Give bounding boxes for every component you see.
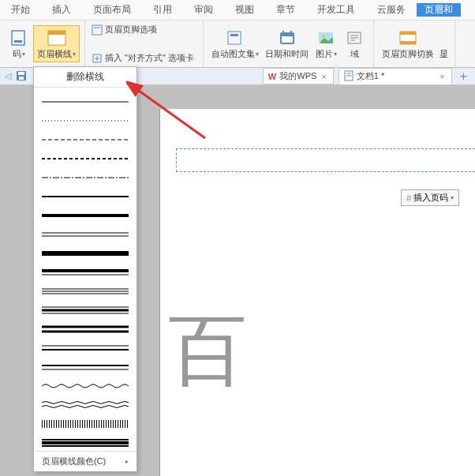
hash-icon: # bbox=[406, 193, 411, 203]
header-line-icon bbox=[46, 28, 68, 48]
line-style-option[interactable] bbox=[42, 339, 129, 358]
tab-close-icon[interactable]: × bbox=[320, 72, 327, 81]
menu-header-footer[interactable]: 页眉和 bbox=[417, 3, 461, 17]
line-style-option[interactable] bbox=[42, 206, 129, 225]
menu-references[interactable]: 引用 bbox=[142, 3, 183, 17]
line-style-option[interactable] bbox=[42, 301, 129, 320]
svg-rect-14 bbox=[290, 31, 292, 34]
header-line-button[interactable]: 页眉横线▾ bbox=[33, 25, 80, 62]
line-style-option[interactable] bbox=[42, 358, 129, 377]
menu-review[interactable]: 审阅 bbox=[183, 3, 224, 17]
svg-rect-25 bbox=[18, 72, 24, 75]
field-button[interactable]: 域 bbox=[340, 23, 368, 65]
document-text: 百 bbox=[168, 298, 247, 405]
menu-insert[interactable]: 插入 bbox=[41, 3, 82, 17]
line-style-option[interactable] bbox=[42, 377, 129, 395]
switch-icon bbox=[397, 28, 419, 48]
ribbon: 码▾ 页眉横线▾ 页眉页脚选项 插入 "对齐方式" 选项卡 自动图文集▾ bbox=[0, 21, 475, 68]
line-style-option[interactable] bbox=[42, 320, 129, 339]
menu-start[interactable]: 开始 bbox=[0, 3, 41, 17]
header-line-dropdown: 删除横线 页眉横线颜色(C) ▸ bbox=[33, 66, 137, 472]
svg-rect-26 bbox=[19, 77, 24, 80]
page-number-icon bbox=[8, 28, 30, 48]
line-style-option[interactable] bbox=[42, 225, 129, 244]
line-style-option[interactable] bbox=[42, 130, 129, 149]
menu-cloud[interactable]: 云服务 bbox=[366, 3, 417, 17]
line-color-option[interactable]: 页眉横线颜色(C) ▸ bbox=[34, 451, 137, 471]
svg-rect-4 bbox=[92, 25, 102, 35]
back-icon[interactable]: ◁ bbox=[5, 71, 11, 81]
show-button[interactable]: 显 bbox=[437, 23, 450, 65]
header-footer-options[interactable]: 页眉页脚选项 bbox=[90, 23, 198, 36]
line-style-option[interactable] bbox=[42, 187, 129, 206]
svg-rect-22 bbox=[400, 32, 416, 35]
save-icon[interactable] bbox=[16, 70, 27, 83]
svg-rect-1 bbox=[14, 40, 22, 43]
tab-mywps[interactable]: W 我的WPS × bbox=[263, 68, 334, 84]
calendar-icon bbox=[276, 28, 298, 48]
picture-button[interactable]: 图片▾ bbox=[312, 23, 340, 65]
line-style-option[interactable] bbox=[42, 414, 129, 433]
line-style-option[interactable] bbox=[42, 111, 129, 130]
line-style-option[interactable] bbox=[42, 168, 129, 187]
document-page[interactable]: # 插入页码 ▾ 百 bbox=[159, 109, 475, 476]
line-style-option[interactable] bbox=[42, 395, 129, 414]
menu-chapter[interactable]: 章节 bbox=[265, 3, 306, 17]
chevron-down-icon: ▾ bbox=[451, 194, 454, 201]
auto-text-icon bbox=[224, 28, 246, 48]
header-edit-region[interactable] bbox=[176, 148, 475, 172]
chevron-down-icon: ▾ bbox=[256, 51, 259, 58]
svg-rect-9 bbox=[228, 32, 241, 44]
line-style-option[interactable] bbox=[42, 149, 129, 168]
menu-page-layout[interactable]: 页面布局 bbox=[82, 3, 142, 17]
doc-icon bbox=[344, 70, 353, 83]
dropdown-title[interactable]: 删除横线 bbox=[34, 67, 137, 88]
options-icon bbox=[92, 24, 103, 36]
show-icon bbox=[437, 28, 450, 48]
line-style-option[interactable] bbox=[42, 92, 129, 111]
line-style-option[interactable] bbox=[42, 244, 129, 263]
svg-rect-3 bbox=[48, 31, 65, 35]
line-style-option[interactable] bbox=[42, 263, 129, 282]
picture-icon bbox=[315, 28, 337, 48]
auto-text-button[interactable]: 自动图文集▾ bbox=[208, 23, 262, 65]
svg-rect-12 bbox=[282, 36, 293, 43]
svg-rect-0 bbox=[12, 31, 24, 45]
tab-close-icon[interactable]: × bbox=[438, 72, 446, 81]
insert-icon bbox=[92, 53, 103, 64]
svg-rect-23 bbox=[400, 41, 416, 44]
field-icon bbox=[343, 28, 365, 48]
line-style-option[interactable] bbox=[42, 433, 129, 451]
chevron-down-icon: ▾ bbox=[22, 51, 25, 58]
menu-view[interactable]: 视图 bbox=[224, 3, 265, 17]
page-number-button[interactable]: 码▾ bbox=[5, 26, 33, 62]
svg-rect-10 bbox=[230, 34, 238, 36]
header-footer-switch-button[interactable]: 页眉页脚切换 bbox=[379, 23, 437, 65]
tab-doc1[interactable]: 文档1 * × bbox=[338, 68, 452, 85]
menu-bar: 开始 插入 页面布局 引用 审阅 视图 章节 开发工具 云服务 页眉和 bbox=[0, 0, 475, 21]
chevron-right-icon: ▸ bbox=[125, 458, 129, 465]
line-style-list bbox=[34, 88, 137, 451]
date-time-button[interactable]: 日期和时间 bbox=[262, 23, 312, 65]
menu-devtools[interactable]: 开发工具 bbox=[306, 3, 366, 17]
line-style-option[interactable] bbox=[42, 282, 129, 301]
insert-page-number-button[interactable]: # 插入页码 ▾ bbox=[401, 189, 459, 206]
svg-rect-13 bbox=[282, 31, 284, 34]
insert-alignment[interactable]: 插入 "对齐方式" 选项卡 bbox=[90, 51, 196, 65]
chevron-down-icon: ▾ bbox=[73, 51, 76, 58]
wps-icon: W bbox=[268, 72, 276, 81]
chevron-down-icon: ▾ bbox=[334, 51, 337, 58]
svg-point-16 bbox=[322, 35, 325, 38]
new-tab-button[interactable]: + bbox=[457, 69, 470, 84]
